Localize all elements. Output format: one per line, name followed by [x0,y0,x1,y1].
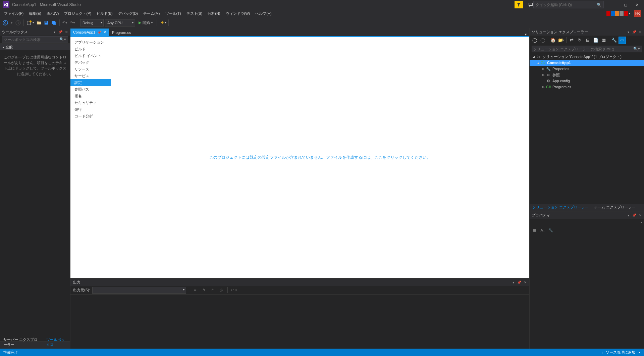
output-body[interactable] [70,295,529,349]
props-object-dropdown-icon[interactable]: ▾ [641,221,642,224]
settings-nav-publish[interactable]: 発行 [70,106,111,113]
tree-properties-node[interactable]: ▷ 🔧 Properties [530,66,644,72]
user-avatar[interactable]: HK [634,10,641,17]
feedback-icon[interactable] [528,2,533,7]
se-pin-icon[interactable]: 📌 [632,29,637,35]
alphabetical-icon[interactable]: A↓ [539,226,546,234]
platform-combo[interactable]: Any CPU▾ [105,19,135,27]
settings-nav-resources[interactable]: リソース [70,66,111,72]
tree-program-node[interactable]: ▷ C# Program.cs [530,84,644,90]
settings-nav-build[interactable]: ビルド [70,46,111,52]
props-dropdown-icon[interactable]: ▾ [626,212,631,218]
flag-icon-4[interactable] [620,11,624,16]
tab-toolbox[interactable]: ツールボックス [43,336,70,349]
menu-build[interactable]: ビルド(B) [94,10,115,17]
menu-team[interactable]: チーム(M) [141,10,163,17]
redo-button[interactable]: ↷▾ [69,19,76,27]
settings-nav-settings[interactable]: 設定 [70,79,111,86]
se-scope-icon[interactable]: 📁▾ [557,37,565,44]
menu-file[interactable]: ファイル(F) [1,10,26,17]
menu-test[interactable]: テスト(S) [184,10,205,17]
create-settings-link[interactable]: このプロジェクトには既定の設定ファイルが含まれていません。ファイルを作成するには… [209,155,431,160]
settings-nav-signing[interactable]: 署名 [70,93,111,99]
se-close-icon[interactable]: ✕ [638,29,643,35]
output-goto-icon[interactable]: ≣ [192,287,199,294]
toolbox-close-icon[interactable]: ✕ [64,29,69,35]
menu-view[interactable]: 表示(V) [44,10,62,17]
flags-dropdown-icon[interactable]: ▼ [628,12,631,15]
settings-nav-security[interactable]: セキュリティ [70,99,111,106]
toolbox-search-input[interactable] [2,36,68,43]
menu-analyze[interactable]: 分析(N) [205,10,223,17]
settings-nav-code-analysis[interactable]: コード分析 [70,113,111,119]
output-clear-icon[interactable]: ⮾ [218,287,225,294]
props-pin-icon[interactable]: 📌 [632,212,637,218]
pin-icon[interactable]: 📌 [97,31,101,34]
output-prev-icon[interactable]: ↰ [201,287,207,294]
minimize-button[interactable]: ─ [608,1,620,9]
menu-debug[interactable]: デバッグ(D) [115,10,141,17]
undo-button[interactable]: ↶▾ [61,19,69,27]
settings-nav-application[interactable]: アプリケーション [70,39,111,46]
se-showall-icon[interactable]: 📄 [592,37,599,44]
nav-back-button[interactable] [1,19,9,27]
property-pages-icon[interactable]: 🔧 [547,226,554,234]
source-control-add[interactable]: ソース管理に追加 [606,350,635,355]
output-next-icon[interactable]: ↱ [209,287,216,294]
se-collapse-icon[interactable]: ⊟ [584,37,591,44]
start-button[interactable]: ▶開始▾ [136,19,155,27]
flag-icon-1[interactable] [606,11,610,16]
output-source-combo[interactable]: ▾ [92,287,186,294]
output-dropdown-icon[interactable]: ▾ [511,279,516,285]
publish-target-icon[interactable]: ↑ [601,350,603,354]
tree-appconfig-node[interactable]: ▷ ⚙ App.config [530,78,644,84]
se-refresh-icon[interactable]: ↻ [576,37,583,44]
quick-launch-input[interactable] [536,3,596,7]
tab-team-explorer[interactable]: チーム エクスプローラー [591,203,638,211]
expand-icon[interactable]: ▷ [541,73,546,77]
toolbox-dropdown-icon[interactable]: ▾ [52,29,57,35]
close-button[interactable]: ✕ [631,1,643,9]
se-properties-icon[interactable]: 🔧 [610,37,618,44]
se-sync-icon[interactable]: ⇄ [568,37,575,44]
flag-icon-3[interactable] [615,11,619,16]
config-combo[interactable]: Debug▾ [80,19,104,27]
props-close-icon[interactable]: ✕ [638,212,643,218]
output-close-icon[interactable]: ✕ [523,279,528,285]
maximize-button[interactable]: ▢ [620,1,631,9]
tab-server-explorer[interactable]: サーバー エクスプローラー [0,336,43,349]
search-icon[interactable]: 🔍▾ [59,37,66,42]
tree-references-node[interactable]: ▷ ▪▪ 参照 [530,72,644,78]
tab-consoleapp1[interactable]: ConsoleApp1 📌 ✕ [70,29,109,36]
settings-nav-services[interactable]: サービス [70,72,111,79]
save-all-button[interactable] [50,19,58,27]
se-preview-selected-icon[interactable]: ▭ [619,37,626,44]
settings-nav-debug[interactable]: デバッグ [70,59,111,66]
search-icon[interactable]: 🔍▾ [633,47,640,51]
settings-nav-reference-paths[interactable]: 参照パス [70,86,111,93]
menu-project[interactable]: プロジェクト(P) [61,10,94,17]
close-icon[interactable]: ✕ [103,30,106,35]
tab-solution-explorer[interactable]: ソリューション エクスプローラー [530,203,591,211]
se-back-icon[interactable]: ◯ [531,37,538,44]
menu-window[interactable]: ウィンドウ(W) [223,10,253,17]
expand-icon[interactable]: ▷ [541,85,546,89]
output-pin-icon[interactable]: 📌 [517,279,522,285]
tab-program-cs[interactable]: Program.cs [109,29,133,36]
flag-icon-5[interactable] [624,11,628,16]
notification-flag-button[interactable] [515,1,523,8]
new-project-button[interactable]: ▾ [25,19,35,27]
se-dropdown-icon[interactable]: ▾ [626,29,631,35]
save-button[interactable] [43,19,50,27]
open-file-button[interactable] [35,19,43,27]
categorized-icon[interactable]: ▦ [531,226,538,234]
expand-icon[interactable]: ◢ [531,55,536,58]
browser-link-button[interactable]: ▾ [158,19,168,27]
expand-icon[interactable]: ▷ [541,67,546,70]
tree-solution-node[interactable]: ◢ 🗂 ソリューション 'ConsoleApp1' (1 プロジェクト) [530,54,644,60]
flag-icon-2[interactable] [611,11,615,16]
tree-project-node[interactable]: ◢ C# ConsoleApp1 [530,60,644,66]
expand-icon[interactable]: ◢ [536,61,540,64]
toolbox-pin-icon[interactable]: 📌 [58,29,63,35]
menu-help[interactable]: ヘルプ(H) [253,10,274,17]
